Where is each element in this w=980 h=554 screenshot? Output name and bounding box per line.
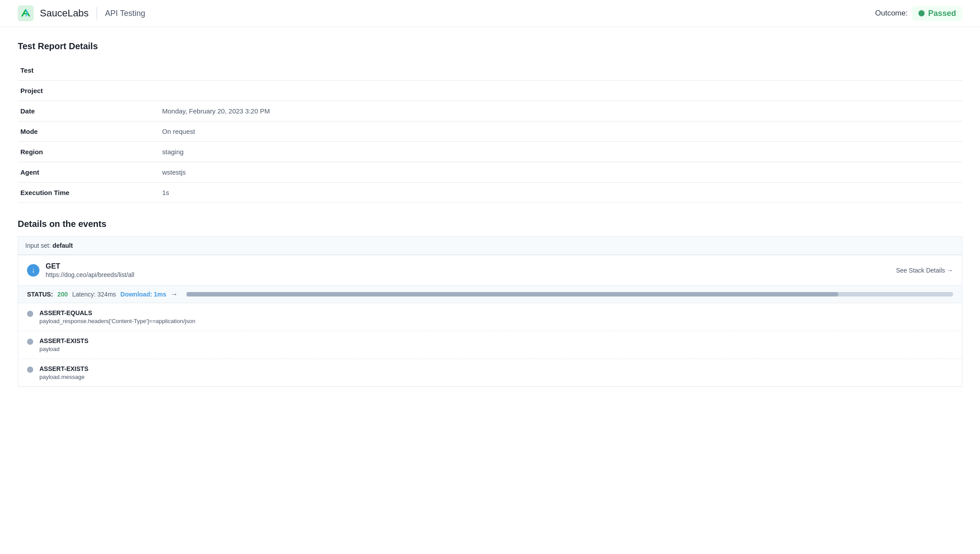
- sauce-labs-logo-icon: [18, 5, 34, 21]
- row-label: Test: [18, 60, 159, 81]
- request-header: ↓ GET https://dog.ceo/api/breeds/list/al…: [18, 255, 962, 286]
- request-info: GET https://dog.ceo/api/breeds/list/all: [46, 262, 134, 278]
- main-content: Test Report Details Test Project Date Mo…: [0, 27, 980, 401]
- table-row: Execution Time 1s: [18, 183, 962, 203]
- assert-row: ASSERT-EQUALS payload_response.headers['…: [18, 303, 962, 331]
- row-label: Execution Time: [18, 183, 159, 203]
- request-left: ↓ GET https://dog.ceo/api/breeds/list/al…: [27, 262, 134, 278]
- status-label: STATUS:: [27, 291, 53, 298]
- logo-area: SauceLabs API Testing: [18, 5, 145, 21]
- table-row: Test: [18, 60, 962, 81]
- request-method: GET: [46, 262, 134, 270]
- progress-bar-fill: [187, 292, 838, 297]
- row-value: Monday, February 20, 2023 3:20 PM: [159, 101, 962, 121]
- table-row: Mode On request: [18, 121, 962, 142]
- events-section-title: Details on the events: [18, 219, 962, 229]
- assert-content: ASSERT-EXISTS payload: [39, 337, 88, 352]
- row-label: Mode: [18, 121, 159, 142]
- row-value: [159, 60, 962, 81]
- row-label: Agent: [18, 162, 159, 183]
- row-value: wstestjs: [159, 162, 962, 183]
- row-value: On request: [159, 121, 962, 142]
- table-row: Agent wstestjs: [18, 162, 962, 183]
- row-label: Project: [18, 81, 159, 101]
- arrow-right-icon: →: [947, 267, 953, 274]
- product-label: API Testing: [105, 9, 145, 18]
- row-label: Date: [18, 101, 159, 121]
- table-row: Project: [18, 81, 962, 101]
- row-label: Region: [18, 142, 159, 162]
- outcome-status: Passed: [928, 9, 956, 18]
- assert-type: ASSERT-EXISTS: [39, 365, 88, 372]
- input-set-bar: Input set: default: [18, 236, 962, 255]
- assert-status-dot: [27, 367, 33, 373]
- assert-status-dot: [27, 311, 33, 317]
- assert-content: ASSERT-EQUALS payload_response.headers['…: [39, 309, 195, 324]
- see-stack-details-link[interactable]: See Stack Details →: [896, 267, 953, 274]
- table-row: Date Monday, February 20, 2023 3:20 PM: [18, 101, 962, 121]
- request-block: ↓ GET https://dog.ceo/api/breeds/list/al…: [18, 255, 962, 387]
- assertions-container: ASSERT-EQUALS payload_response.headers['…: [18, 303, 962, 386]
- assert-type: ASSERT-EQUALS: [39, 309, 195, 316]
- assert-content: ASSERT-EXISTS payload.message: [39, 365, 88, 380]
- logo-text: SauceLabs: [40, 8, 89, 19]
- input-set-prefix: Input set:: [25, 242, 52, 249]
- outcome-label: Outcome:: [875, 9, 908, 18]
- row-value: [159, 81, 962, 101]
- assert-value: payload: [39, 346, 88, 352]
- assert-row: ASSERT-EXISTS payload: [18, 331, 962, 359]
- outcome-area: Outcome: Passed: [875, 6, 962, 21]
- report-section-title: Test Report Details: [18, 41, 962, 51]
- download-arrow-icon: ↓: [27, 264, 39, 277]
- outcome-dot: [918, 10, 925, 16]
- outcome-badge: Passed: [912, 6, 962, 21]
- status-arrow-icon: →: [171, 290, 178, 298]
- assert-status-dot: [27, 339, 33, 345]
- header: SauceLabs API Testing Outcome: Passed: [0, 0, 980, 27]
- status-code: 200: [58, 291, 68, 298]
- latency-label: Latency: 324ms: [72, 291, 116, 298]
- assert-value: payload_response.headers['Content-Type']…: [39, 318, 195, 324]
- assert-row: ASSERT-EXISTS payload.message: [18, 359, 962, 386]
- assert-value: payload.message: [39, 374, 88, 380]
- request-url: https://dog.ceo/api/breeds/list/all: [46, 271, 134, 278]
- logo-light-text: Labs: [67, 8, 89, 19]
- input-set-value: default: [52, 242, 73, 249]
- assert-type: ASSERT-EXISTS: [39, 337, 88, 344]
- row-value: staging: [159, 142, 962, 162]
- download-label: Download: 1ms: [121, 291, 166, 298]
- table-row: Region staging: [18, 142, 962, 162]
- row-value: 1s: [159, 183, 962, 203]
- progress-bar: [187, 292, 953, 297]
- status-bar: STATUS: 200 Latency: 324ms Download: 1ms…: [18, 286, 962, 303]
- details-table: Test Project Date Monday, February 20, 2…: [18, 60, 962, 203]
- logo-divider: [97, 7, 97, 20]
